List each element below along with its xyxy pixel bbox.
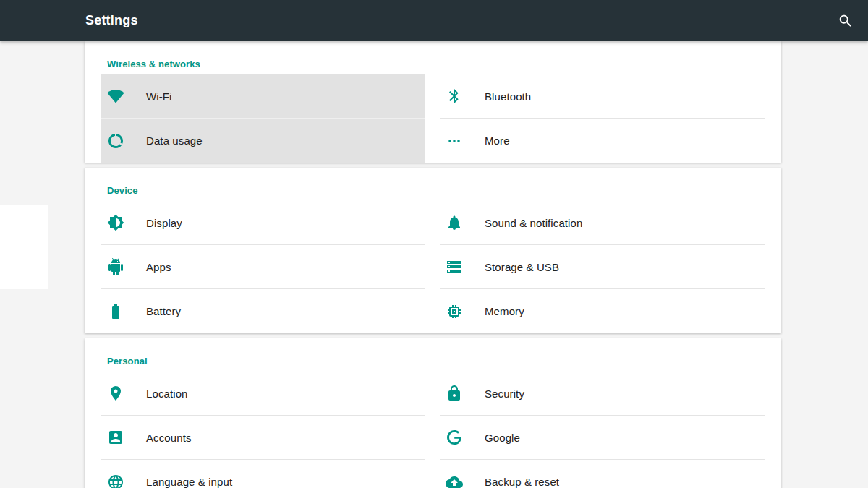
battery-icon [107,303,124,320]
settings-item-security[interactable]: Security [440,372,765,416]
settings-card-wireless-and-networks: Wireless & networksWi-FiData usageBlueto… [85,41,781,163]
settings-item-label: Backup & reset [485,476,559,488]
settings-item-storage-and-usb[interactable]: Storage & USB [440,245,765,289]
settings-item-label: More [485,134,510,147]
data-usage-icon [107,132,124,150]
settings-column-right: SecurityGoogleBackup & reset [440,372,765,488]
settings-item-location[interactable]: Location [101,372,425,416]
settings-item-data-usage[interactable]: Data usage [101,119,425,163]
settings-item-memory[interactable]: Memory [440,289,765,333]
android-settings-screen: Settings Wireless & networksWi-FiData us… [0,0,868,488]
android-icon [107,258,124,275]
settings-item-accounts[interactable]: Accounts [101,416,425,460]
backup-cloud-icon [446,474,463,488]
notification-bell-icon [446,214,463,231]
search-icon[interactable] [838,13,854,29]
settings-column-right: BluetoothMore [440,74,765,163]
section-header: Personal [85,338,781,372]
settings-item-label: Storage & USB [485,261,559,273]
settings-item-label: Data usage [146,134,203,147]
settings-item-label: Sound & notification [485,217,582,229]
settings-item-bluetooth[interactable]: Bluetooth [440,74,765,119]
storage-icon [446,258,463,275]
settings-item-more[interactable]: More [440,119,765,163]
account-box-icon [107,429,124,446]
settings-item-backup-and-reset[interactable]: Backup & reset [440,460,765,488]
settings-column-left: LocationAccountsLanguage & input [101,372,425,488]
app-bar: Settings [0,0,868,41]
settings-item-language-and-input[interactable]: Language & input [101,460,425,488]
settings-cards: Wireless & networksWi-FiData usageBlueto… [0,41,868,488]
lock-icon [446,385,463,402]
settings-item-battery[interactable]: Battery [101,289,425,333]
settings-card-personal: PersonalLocationAccountsLanguage & input… [85,338,781,488]
settings-item-label: Display [146,217,182,229]
more-horiz-icon [446,132,463,150]
globe-icon [107,474,124,488]
settings-item-label: Google [485,432,520,444]
settings-column-right: Sound & notificationStorage & USBMemory [440,201,765,333]
settings-item-wi-fi[interactable]: Wi-Fi [101,74,425,119]
section-header: Wireless & networks [85,41,781,74]
page-title: Settings [85,13,138,28]
brightness-icon [107,214,124,231]
settings-item-sound-and-notification[interactable]: Sound & notification [440,201,765,245]
settings-item-google[interactable]: Google [440,416,765,460]
settings-item-label: Bluetooth [485,90,531,103]
settings-item-label: Language & input [146,476,232,488]
settings-item-label: Location [146,388,188,400]
bluetooth-icon [446,87,463,105]
settings-item-apps[interactable]: Apps [101,245,425,289]
settings-item-display[interactable]: Display [101,201,425,245]
settings-item-label: Wi-Fi [146,90,171,103]
location-pin-icon [107,385,124,402]
settings-item-label: Battery [146,305,181,317]
settings-card-device: DeviceDisplayAppsBatterySound & notifica… [85,168,781,333]
google-g-icon [446,429,463,446]
memory-chip-icon [446,303,463,320]
settings-item-label: Security [485,388,524,400]
settings-content: Wireless & networksWi-FiData usageBlueto… [0,41,868,488]
left-white-panel [0,205,48,289]
section-header: Device [85,168,781,201]
settings-item-label: Memory [485,305,524,317]
wifi-icon [107,87,124,105]
settings-item-label: Apps [146,261,171,273]
settings-item-label: Accounts [146,432,192,444]
settings-column-left: DisplayAppsBattery [101,201,425,333]
settings-column-left: Wi-FiData usage [101,74,425,163]
